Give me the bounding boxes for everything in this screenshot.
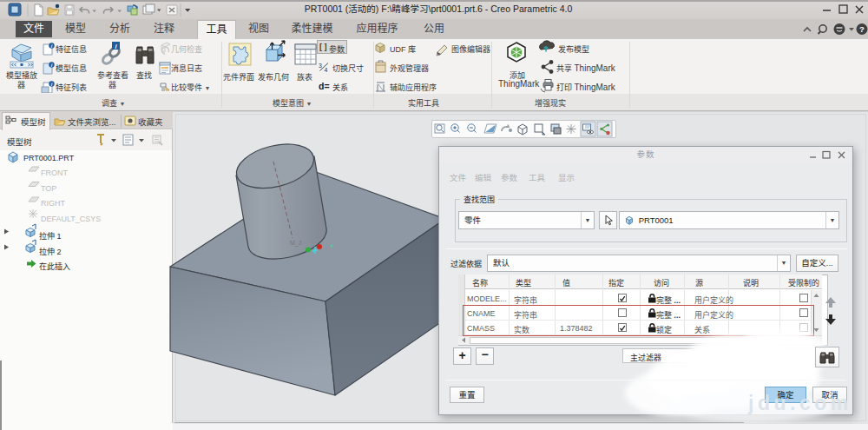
svg-text:3: 3 (319, 63, 322, 69)
svg-text:?: ? (859, 24, 865, 34)
svg-text:4: 4 (325, 67, 328, 73)
svg-text:M_J: M_J (290, 240, 301, 247)
